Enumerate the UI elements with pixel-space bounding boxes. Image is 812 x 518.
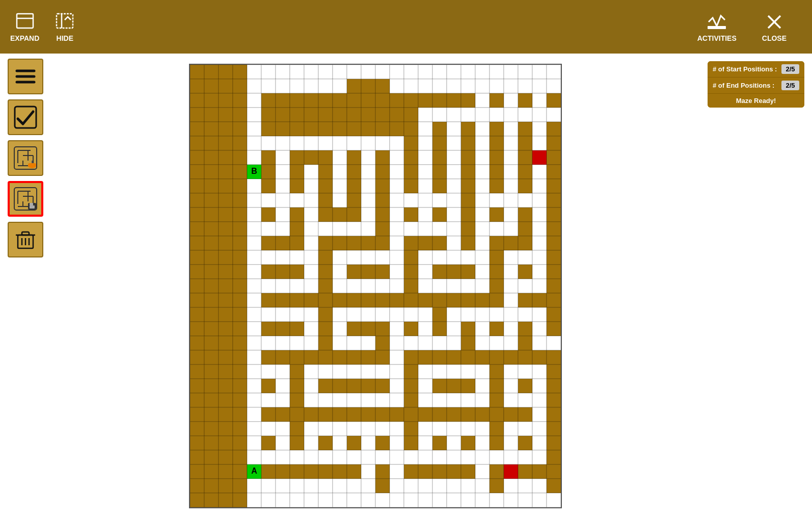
- svg-rect-2: [57, 14, 73, 28]
- end-positions-value: 2/5: [781, 81, 799, 90]
- sidebar-validate-button[interactable]: [8, 99, 43, 135]
- close-button[interactable]: CLOSE: [762, 12, 787, 42]
- end-positions-label: # of End Positions :: [713, 82, 781, 89]
- svg-rect-10: [15, 107, 36, 128]
- info-panel: # of Start Positions : 2/5 # of End Posi…: [700, 54, 812, 518]
- sidebar-menu-button[interactable]: [8, 59, 43, 94]
- svg-rect-20: [28, 163, 36, 167]
- svg-rect-0: [17, 14, 33, 28]
- start-positions-row: # of Start Positions : 2/5: [708, 61, 804, 77]
- maze-canvas[interactable]: [189, 64, 562, 508]
- info-box: # of Start Positions : 2/5 # of End Posi…: [708, 61, 804, 108]
- hide-button[interactable]: HIDE: [55, 12, 75, 42]
- maze-status: Maze Ready!: [708, 94, 804, 108]
- sidebar-maze-paint-button[interactable]: [8, 140, 43, 176]
- sidebar-maze-save-button[interactable]: [8, 181, 43, 217]
- svg-rect-32: [30, 203, 33, 205]
- toolbar: EXPAND HIDE ACTIVITIES CLOSE: [0, 0, 812, 54]
- svg-rect-4: [708, 26, 726, 29]
- expand-button[interactable]: EXPAND: [10, 12, 39, 42]
- svg-rect-31: [30, 205, 35, 209]
- sidebar: [0, 54, 51, 518]
- start-positions-value: 2/5: [781, 64, 799, 74]
- maze-area: [51, 54, 700, 518]
- toolbar-right: ACTIVITIES CLOSE: [697, 12, 802, 42]
- svg-rect-35: [22, 232, 29, 235]
- start-positions-label: # of Start Positions :: [713, 65, 781, 73]
- activities-button[interactable]: ACTIVITIES: [697, 12, 737, 42]
- sidebar-delete-button[interactable]: [8, 222, 43, 257]
- main-content: # of Start Positions : 2/5 # of End Posi…: [0, 54, 812, 518]
- end-positions-row: # of End Positions : 2/5: [708, 77, 804, 94]
